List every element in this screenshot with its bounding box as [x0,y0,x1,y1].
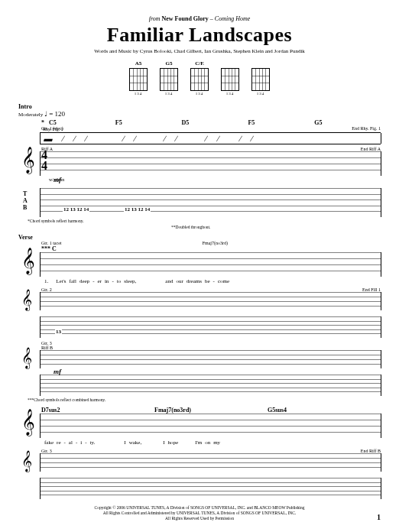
fret-numbers: 134 [196,92,204,96]
chord-label: F5 [115,119,182,126]
chord-label: D5 [182,119,248,126]
footnote: **Doubled throughout. [171,225,381,229]
tab-number: 13 [55,329,62,335]
fretboard-icon [160,68,178,91]
section-intro: Intro [18,103,381,110]
verse-system-2: D7sus2 Fmaj7(no3rd) G5sus4 𝄞 fake re - a… [18,407,381,499]
verse-number: 1. [44,278,48,284]
fretboard-icon [251,68,270,91]
notation-staff: 𝄞 4 4 mf [40,151,381,176]
rhythm-slashes: Rhy. Fig. 1 ▬/// // // // // [40,132,381,144]
treble-clef-icon: 𝄞 [21,452,32,470]
let-ring-note: w/ clean [18,177,381,182]
lyrics-line-1: 1. Let's fall deep - er in - to sleep, a… [18,278,381,284]
treble-clef-icon: 𝄞 [21,148,35,171]
chord-name [260,60,261,66]
tab-numbers: 12 13 12 14 [63,206,89,212]
tempo-text: Moderately [18,112,43,118]
chord-label: G5sus4 [268,407,381,414]
copyright-line-2: All Rights Controlled and Administered b… [0,511,399,516]
source-line: from New Found Glory – Coming Home [18,15,381,22]
tablature-staff: TAB 12 13 12 14 12 13 12 14 [40,188,381,217]
chord-row-intro: * C5 F5 D5 F5 G5 [18,119,381,126]
chord-name: C/E [195,60,204,66]
copyright-line-3: All Rights Reserved Used by Permission [0,516,399,521]
tempo-value: ♩ = 120 [44,110,65,118]
gtr2-staff: 𝄞 [40,292,381,310]
song-title: Familiar Landscapes [18,24,381,47]
tab-label: TAB [23,191,28,211]
fretboard-icon [221,68,239,91]
verse-chords: *** C [18,245,381,252]
chord-label: Fmaj7(no3rd) [154,407,268,414]
treble-clef-icon: 𝄞 [21,249,35,272]
dash: – [210,15,213,22]
chord-diagram: G5 134 [160,60,178,96]
chord-label: C5 [49,119,115,126]
chord-label: D7sus2 [41,407,154,414]
chord-name: A5 [135,60,142,66]
credits-line: Words and Music by Cyrus Bolooki, Chad G… [18,48,381,54]
chord-label: C [52,245,216,252]
rhy-fig-end: End Rhy. Fig. 1 [352,126,381,131]
chord-diagrams-row: A5 134 G5 134 C/E 134 134 134 [18,60,381,96]
treble-clef-icon: 𝄞 [21,410,35,433]
verse-system-1: Gtr. 1 tacet Fmaj7(no3rd) *** C 𝄞 1. Let… [18,241,381,402]
chord-label: F5 [248,119,314,126]
copyright-line-1: Copyright © 2006 UNIVERSAL TUNES, A Divi… [0,505,399,511]
gtr3-staff: 𝄞 mf [40,350,381,368]
fret-numbers: 134 [135,92,143,96]
chord-name: G5 [166,60,173,66]
rhy-fig-start: Rhy. Fig. 1 [43,127,63,131]
page-number: 1 [377,513,381,521]
chord-name [229,60,231,66]
footnote: *Chord symbols reflect harmony. [28,219,381,223]
vocal-staff: 𝄞 [40,252,381,277]
from-prefix: from [149,15,161,22]
gtr3-staff-2: 𝄞 [40,453,381,472]
treble-clef-icon: 𝄞 [21,290,32,309]
fret-numbers: 134 [226,92,235,96]
gtr2-tab: 13 [40,316,381,338]
chord-diagram: 134 [251,60,270,96]
sheet-header: from New Found Glory – Coming Home Famil… [18,15,381,96]
chord-diagram: 134 [221,60,239,96]
tab-numbers: 12 13 12 14 [124,206,151,212]
chord-diagram: C/E 134 [190,60,209,96]
star: * [41,119,49,126]
tempo-marking: Moderately ♩ = 120 [18,110,381,118]
gtr3-tab-2 [40,478,381,499]
vocal-staff-2: 𝄞 [40,414,381,438]
copyright-footer: Copyright © 2006 UNIVERSAL TUNES, A Divi… [0,505,399,521]
chord-diagram: A5 134 [129,60,148,96]
verse2-chords: D7sus2 Fmaj7(no3rd) G5sus4 [18,407,381,414]
footnote: ***Chord symbols reflect combined harmon… [28,397,381,402]
dynamic-marking: mf [54,176,61,183]
album-name: Coming Home [215,15,250,22]
fret-numbers: 134 [257,92,265,96]
gtr3-tab [40,375,381,396]
band-name: New Found Glory [162,15,209,22]
section-verse: Verse [18,234,381,241]
chord-label: G5 [314,119,381,126]
fretboard-icon [190,68,209,91]
time-signature: 4 4 [41,150,47,172]
fretboard-icon [129,68,148,91]
fret-numbers: 134 [165,92,174,96]
intro-system: * C5 F5 D5 F5 G5 Gtr. 1 (elec) End Rhy. … [18,119,381,229]
treble-clef-icon: 𝄞 [21,349,32,367]
lyrics-line-2: fake re - al - i - ty. I wake, I hope I'… [18,440,381,446]
